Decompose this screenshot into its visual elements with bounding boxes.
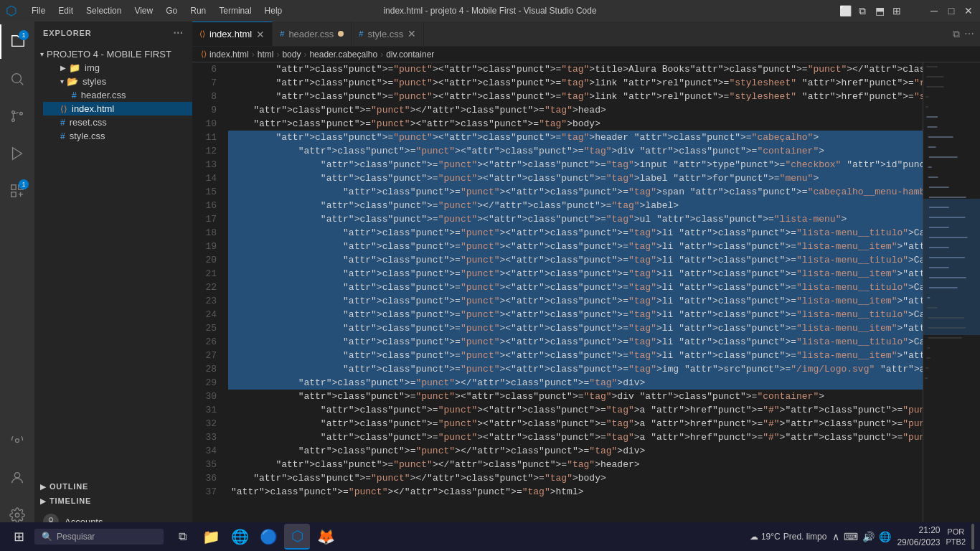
split-icon[interactable]: ⧉ — [857, 5, 868, 17]
code-line-16[interactable]: "attr">class"punct">="punct"></"attr">cl… — [228, 199, 923, 212]
new-file-icon[interactable]: ⋯ — [173, 27, 184, 39]
start-button[interactable]: ⊞ — [6, 524, 32, 550]
file-reset-css-label: reset.css — [70, 117, 107, 128]
speaker-icon[interactable]: 🔊 — [862, 531, 875, 542]
menu-terminal[interactable]: Terminal — [213, 4, 257, 17]
code-line-13[interactable]: "attr">class"punct">="punct"><"attr">cla… — [228, 158, 923, 171]
breadcrumb-index[interactable]: ⟨⟩ index.html — [201, 50, 249, 60]
menu-selection[interactable]: Selection — [80, 4, 127, 17]
code-line-7[interactable]: "attr">class"punct">="punct"><"attr">cla… — [228, 76, 923, 90]
layout-icon[interactable]: ⬜ — [839, 5, 851, 17]
code-line-6[interactable]: "attr">class"punct">="punct"><"attr">cla… — [228, 62, 923, 76]
code-content[interactable]: "attr">class"punct">="punct"><"attr">cla… — [222, 62, 923, 535]
split-editor-icon[interactable]: ⧉ — [953, 28, 960, 40]
outline-label: OUTLINE — [50, 482, 88, 491]
code-line-29[interactable]: "attr">class"punct">="punct"></"attr">cl… — [228, 376, 923, 390]
locale-display[interactable]: POR PTB2 — [946, 527, 966, 547]
code-line-37[interactable]: "attr">class"punct">="punct"></"attr">cl… — [228, 485, 923, 499]
code-line-27[interactable]: "attr">class"punct">="punct"><"attr">cla… — [228, 349, 923, 362]
menu-go[interactable]: Go — [160, 4, 183, 17]
code-line-33[interactable]: "attr">class"punct">="punct"><"attr">cla… — [228, 430, 923, 444]
tray-up-icon[interactable]: ∧ — [832, 531, 839, 542]
grid-icon[interactable]: ⊞ — [891, 5, 903, 17]
code-line-9[interactable]: "attr">class"punct">="punct"></"attr">cl… — [228, 103, 923, 117]
file-explorer-taskbar[interactable]: 📁 — [198, 524, 224, 550]
code-line-17[interactable]: "attr">class"punct">="punct"><"attr">cla… — [228, 212, 923, 226]
browser2-taskbar[interactable]: 🦊 — [313, 524, 339, 550]
close-tab-index[interactable]: ✕ — [256, 29, 265, 40]
code-line-15[interactable]: "attr">class"punct">="punct"><"attr">cla… — [228, 185, 923, 199]
code-line-14[interactable]: "attr">class"punct">="punct"><"attr">cla… — [228, 171, 923, 185]
network-icon[interactable]: 🌐 — [879, 531, 891, 542]
vscode-taskbar[interactable]: ⬡ — [284, 524, 310, 550]
temperature: 19°C — [761, 532, 781, 542]
menu-edit[interactable]: Edit — [52, 4, 79, 17]
close-tab-style[interactable]: ✕ — [407, 28, 416, 39]
activity-search[interactable] — [0, 62, 34, 96]
task-view-button[interactable]: ⧉ — [169, 524, 195, 550]
code-line-12[interactable]: "attr">class"punct">="punct"><"attr">cla… — [228, 144, 923, 158]
code-line-30[interactable]: "attr">class"punct">="punct"><"attr">cla… — [228, 390, 923, 403]
close-button[interactable]: ✕ — [963, 5, 974, 17]
code-line-20[interactable]: "attr">class"punct">="punct"><"attr">cla… — [228, 253, 923, 267]
code-editor[interactable]: 6789101112131415161718192021222324252627… — [192, 62, 980, 535]
code-line-23[interactable]: "attr">class"punct">="punct"><"attr">cla… — [228, 294, 923, 308]
tab-index-html[interactable]: ⟨⟩ index.html ✕ — [192, 22, 273, 46]
code-line-11[interactable]: "attr">class"punct">="punct"><"attr">cla… — [228, 131, 923, 144]
breadcrumb-body[interactable]: body — [282, 50, 301, 60]
breadcrumb-html[interactable]: html — [258, 50, 274, 60]
vscode-taskbar-icon: ⬡ — [291, 527, 303, 545]
code-line-24[interactable]: "attr">class"punct">="punct"><"attr">cla… — [228, 308, 923, 321]
folder-styles[interactable]: ▾ 📂 styles — [43, 75, 192, 88]
code-line-35[interactable]: "attr">class"punct">="punct"></"attr">cl… — [228, 458, 923, 471]
file-index-html[interactable]: ⟨⟩ index.html — [43, 102, 192, 116]
code-line-26[interactable]: "attr">class"punct">="punct"><"attr">cla… — [228, 335, 923, 349]
menu-file[interactable]: File — [26, 4, 51, 17]
breadcrumb-div[interactable]: div.container — [386, 50, 434, 60]
folder-img[interactable]: ▶ 📁 img — [43, 61, 192, 75]
code-line-19[interactable]: "attr">class"punct">="punct"><"attr">cla… — [228, 240, 923, 253]
show-desktop-button[interactable] — [971, 524, 974, 550]
tabs-bar: ⟨⟩ index.html ✕ # header.css # style.css… — [192, 22, 980, 47]
taskbar-search[interactable]: 🔍 Pesquisar — [34, 529, 164, 545]
more-tabs-icon[interactable]: ⋯ — [964, 28, 974, 39]
chrome-taskbar[interactable]: 🔵 — [255, 524, 281, 550]
menu-help[interactable]: Help — [259, 4, 288, 17]
edge-taskbar[interactable]: 🌐 — [227, 524, 253, 550]
code-line-10[interactable]: "attr">class"punct">="punct"><"attr">cla… — [228, 117, 923, 131]
activity-source-control[interactable] — [0, 99, 34, 133]
menu-run[interactable]: Run — [184, 4, 212, 17]
code-line-22[interactable]: "attr">class"punct">="punct"><"attr">cla… — [228, 281, 923, 294]
breadcrumb-header[interactable]: header.cabeçalho — [309, 50, 377, 60]
activity-remote[interactable] — [0, 423, 34, 458]
file-style-css[interactable]: # style.css — [43, 129, 192, 143]
file-reset-css[interactable]: # reset.css — [43, 116, 192, 129]
project-name: PROJETO 4 - MOBILE FIRST — [47, 49, 171, 60]
clock[interactable]: 21:20 29/06/2023 — [897, 524, 940, 549]
menu-view[interactable]: View — [128, 4, 159, 17]
maximize-button[interactable]: □ — [946, 5, 957, 17]
tab-style-css[interactable]: # style.css ✕ — [352, 22, 424, 46]
activity-explorer[interactable]: 1 — [0, 24, 34, 59]
code-line-21[interactable]: "attr">class"punct">="punct"><"attr">cla… — [228, 267, 923, 281]
code-line-28[interactable]: "attr">class"punct">="punct"><"attr">cla… — [228, 362, 923, 376]
panel-icon[interactable]: ⬒ — [874, 5, 885, 17]
project-root[interactable]: ▾ PROJETO 4 - MOBILE FIRST — [34, 47, 192, 61]
activity-extensions[interactable]: 1 — [0, 174, 34, 208]
code-line-36[interactable]: "attr">class"punct">="punct"></"attr">cl… — [228, 471, 923, 485]
code-line-25[interactable]: "attr">class"punct">="punct"><"attr">cla… — [228, 321, 923, 335]
outline-section[interactable]: ▶ OUTLINE — [34, 479, 192, 494]
language-tray-icon[interactable]: ⌨ — [844, 531, 858, 542]
activity-run-debug[interactable] — [0, 136, 34, 171]
code-line-8[interactable]: "attr">class"punct">="punct"><"attr">cla… — [228, 90, 923, 103]
svg-point-7 — [16, 439, 19, 443]
activity-account[interactable] — [0, 461, 34, 495]
minimize-button[interactable]: ─ — [928, 5, 940, 17]
code-line-18[interactable]: "attr">class"punct">="punct"><"attr">cla… — [228, 226, 923, 240]
code-line-32[interactable]: "attr">class"punct">="punct"><"attr">cla… — [228, 417, 923, 430]
tab-header-css[interactable]: # header.css — [273, 22, 352, 46]
code-line-31[interactable]: "attr">class"punct">="punct"><"attr">cla… — [228, 403, 923, 417]
timeline-section[interactable]: ▶ TIMELINE — [34, 494, 192, 508]
code-line-34[interactable]: "attr">class"punct">="punct"></"attr">cl… — [228, 444, 923, 458]
file-header-css[interactable]: # header.css — [43, 88, 192, 102]
